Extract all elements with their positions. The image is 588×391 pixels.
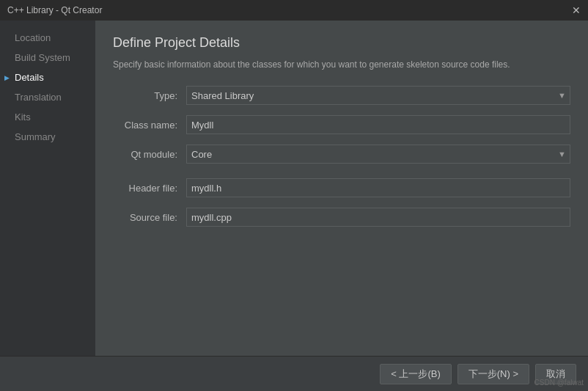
class-name-row: Class name: (113, 115, 570, 134)
type-select[interactable]: Shared Library Static Library Qt Plugin (186, 86, 570, 105)
header-file-label: Header file: (113, 183, 186, 194)
close-button[interactable]: ✕ (572, 5, 581, 15)
sidebar-item-build-system[interactable]: Build System (0, 48, 95, 67)
sidebar-item-details[interactable]: Details (0, 67, 95, 87)
qt-module-select-wrapper: Core Widgets Network Gui ▼ (186, 145, 570, 164)
page-title: Define Project Details (113, 35, 570, 51)
class-name-label: Class name: (113, 120, 186, 131)
window: C++ Library - Qt Creator ✕ Location Buil… (0, 0, 588, 391)
type-select-wrapper: Shared Library Static Library Qt Plugin … (186, 86, 570, 105)
next-button[interactable]: 下一步(N) > (457, 364, 529, 384)
source-file-row: Source file: (113, 208, 570, 227)
sidebar-item-location[interactable]: Location (0, 28, 95, 48)
header-file-row: Header file: (113, 178, 570, 197)
sidebar: Location Build System Details Translatio… (0, 21, 95, 356)
sidebar-item-label-summary: Summary (15, 131, 56, 142)
sidebar-item-summary[interactable]: Summary (0, 127, 95, 147)
sidebar-item-label-translation: Translation (15, 92, 62, 103)
sidebar-item-label-location: Location (15, 32, 51, 43)
titlebar: C++ Library - Qt Creator ✕ (0, 0, 588, 21)
watermark: CSDN @falwat (534, 379, 584, 387)
class-name-input[interactable] (186, 115, 570, 134)
main-panel: Define Project Details Specify basic inf… (95, 21, 588, 356)
description-text: Specify basic information about the clas… (113, 58, 567, 71)
type-row: Type: Shared Library Static Library Qt P… (113, 86, 570, 105)
footer: < 上一步(B) 下一步(N) > 取消 (0, 356, 588, 391)
source-file-input[interactable] (186, 208, 570, 227)
back-button[interactable]: < 上一步(B) (380, 364, 452, 384)
sidebar-item-label-details: Details (15, 72, 44, 83)
qt-module-select[interactable]: Core Widgets Network Gui (186, 145, 570, 164)
sidebar-item-translation[interactable]: Translation (0, 87, 95, 107)
content-area: Location Build System Details Translatio… (0, 21, 588, 356)
source-file-label: Source file: (113, 212, 186, 223)
header-file-input[interactable] (186, 178, 570, 197)
sidebar-item-label-kits: Kits (15, 112, 31, 123)
form-area: Type: Shared Library Static Library Qt P… (113, 86, 570, 348)
qt-module-label: Qt module: (113, 149, 186, 160)
sidebar-item-kits[interactable]: Kits (0, 107, 95, 127)
sidebar-item-label-build-system: Build System (15, 52, 70, 63)
type-label: Type: (113, 90, 186, 101)
window-title: C++ Library - Qt Creator (7, 5, 102, 15)
qt-module-row: Qt module: Core Widgets Network Gui ▼ (113, 145, 570, 164)
